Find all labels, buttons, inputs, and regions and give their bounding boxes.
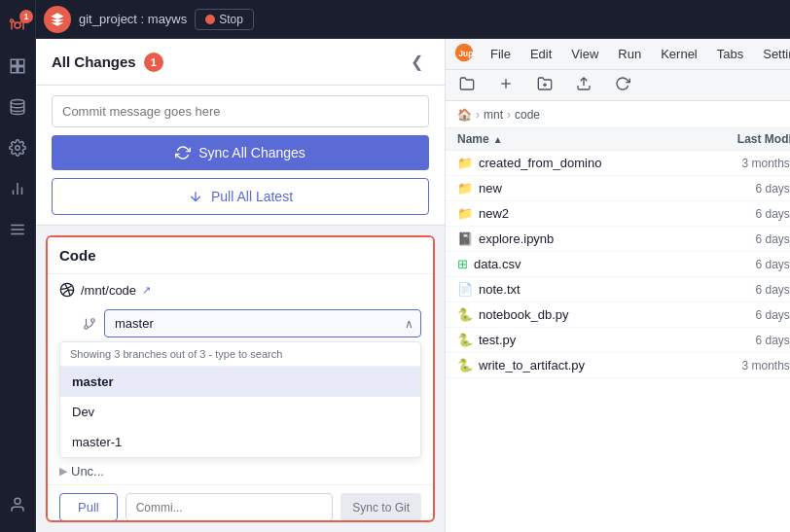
folder-icon: 📁 (457, 156, 473, 170)
breadcrumb: 🏠 › mnt › code (446, 101, 790, 128)
svg-point-23 (85, 325, 89, 329)
pull-all-button[interactable]: Pull All Latest (52, 178, 429, 215)
branch-option-dev[interactable]: Dev (60, 397, 420, 427)
svg-point-11 (11, 100, 24, 105)
svg-point-1 (11, 19, 14, 22)
sidebar-icon-settings[interactable] (0, 130, 35, 165)
file-row[interactable]: 🐍 notebook_db.py 6 days ago (446, 302, 790, 328)
svg-text:Jup: Jup (459, 49, 474, 57)
sidebar-badge: 1 (19, 10, 33, 23)
svg-point-19 (15, 498, 20, 504)
uncommitted-section: ▶ Unc... (48, 458, 433, 484)
sort-arrow-icon: ▲ (493, 134, 503, 145)
changes-badge: 1 (144, 53, 163, 72)
sidebar-icon-docs[interactable] (0, 212, 35, 247)
sidebar-icon-person[interactable] (0, 487, 35, 522)
svg-rect-9 (11, 67, 17, 73)
app-logo (44, 6, 71, 33)
menu-edit[interactable]: Edit (522, 44, 559, 64)
topbar: git_project : mayws Stop (36, 0, 790, 39)
notebook-icon: 📓 (457, 231, 473, 246)
sync-all-label: Sync All Changes (198, 145, 305, 160)
upload-icon[interactable] (570, 74, 597, 97)
panel-title: All Changes (52, 53, 136, 70)
svg-rect-10 (18, 67, 24, 73)
content-area: All Changes 1 ❮ Sync All Changes Pull Al… (36, 39, 790, 532)
new-folder-icon[interactable] (531, 74, 558, 97)
csv-icon: ⊞ (457, 257, 468, 271)
sidebar-icon-database[interactable] (0, 89, 35, 124)
file-list-header: Name ▲ Last Modified (446, 128, 790, 151)
small-commit-input[interactable] (126, 493, 334, 521)
code-section: Code /mnt/code ↗ ∧ Showing 3 branches ou… (46, 235, 435, 522)
sync-to-git-button[interactable]: Sync to Git (341, 493, 421, 521)
svg-line-5 (14, 21, 17, 24)
stop-indicator (205, 15, 215, 24)
file-row[interactable]: 📄 note.txt 6 days ago (446, 277, 790, 302)
file-row[interactable]: ⊞ data.csv 6 days ago (446, 252, 790, 277)
breadcrumb-code[interactable]: code (515, 108, 540, 122)
breadcrumb-mnt[interactable]: mnt (484, 108, 503, 122)
bottom-actions: Pull Sync to Git (48, 484, 433, 522)
branch-option-master[interactable]: master (60, 367, 420, 397)
svg-rect-7 (11, 59, 17, 65)
commit-message-input[interactable] (52, 95, 429, 127)
sync-all-button[interactable]: Sync All Changes (52, 135, 429, 170)
svg-point-12 (16, 146, 20, 151)
python-file-icon: 🐍 (457, 307, 473, 322)
python-file-icon: 🐍 (457, 333, 473, 347)
folder-icon: 📁 (457, 206, 473, 221)
folder-icon: 📁 (457, 181, 473, 195)
file-row[interactable]: 📁 new 6 days ago (446, 176, 790, 201)
collapse-button[interactable]: ❮ (405, 51, 429, 73)
branch-row: ∧ (48, 305, 433, 341)
home-icon[interactable]: 🏠 (457, 108, 472, 122)
sidebar-icon-git[interactable]: 1 (0, 8, 35, 43)
menu-run[interactable]: Run (610, 44, 649, 64)
refresh-icon[interactable] (609, 74, 636, 97)
branch-option-master1[interactable]: master-1 (60, 427, 420, 457)
uncommitted-label: Unc... (71, 464, 104, 479)
menu-kernel[interactable]: Kernel (653, 44, 705, 64)
file-row[interactable]: 🐍 write_to_artifact.py 3 months ago (446, 353, 790, 378)
file-row[interactable]: 📁 new2 6 days ago (446, 201, 790, 227)
menu-view[interactable]: View (563, 44, 606, 64)
branch-dropdown: Showing 3 branches out of 3 - type to se… (59, 341, 421, 458)
pull-all-label: Pull All Latest (211, 189, 293, 204)
menu-tabs[interactable]: Tabs (709, 44, 751, 64)
python-file-icon: 🐍 (457, 358, 473, 372)
file-row[interactable]: 📓 explore.ipynb 6 days ago (446, 227, 790, 252)
left-panel: All Changes 1 ❮ Sync All Changes Pull Al… (36, 39, 445, 532)
uncommitted-chevron-icon: ▶ (59, 465, 67, 478)
new-file-icon[interactable] (492, 74, 520, 97)
sidebar-icon-layers[interactable] (0, 49, 35, 84)
menu-file[interactable]: File (483, 44, 519, 64)
main-area: git_project : mayws Stop All Changes 1 ❮ (36, 0, 790, 532)
file-row[interactable]: 🐍 test.py 6 days ago (446, 328, 790, 353)
name-column-header[interactable]: Name ▲ (457, 132, 696, 146)
jupyter-logo: Jup (453, 42, 475, 67)
app-title: git_project : mayws (79, 12, 187, 26)
sidebar-icon-chart[interactable] (0, 171, 35, 206)
file-row[interactable]: 📁 created_from_domino 3 months ago (446, 151, 790, 176)
right-panel: Jup File Edit View Run Kernel Tabs Setti… (445, 39, 790, 532)
code-section-title: Code (48, 237, 433, 274)
svg-point-22 (91, 318, 95, 322)
dropdown-hint: Showing 3 branches out of 3 - type to se… (60, 342, 420, 367)
branch-input[interactable] (104, 309, 421, 337)
code-path: /mnt/code ↗ (48, 274, 433, 305)
file-list: Name ▲ Last Modified 📁 created_from_domi… (446, 128, 790, 532)
external-link-icon[interactable]: ↗ (142, 284, 151, 297)
repo-path: /mnt/code (81, 283, 136, 298)
commit-section: Sync All Changes Pull All Latest (36, 86, 445, 226)
stop-button[interactable]: Stop (195, 9, 254, 30)
stop-label: Stop (219, 13, 243, 26)
toolbar (446, 70, 790, 101)
sidebar: 1 (0, 0, 36, 532)
svg-rect-8 (18, 59, 24, 65)
menu-settings[interactable]: Settings (755, 44, 790, 64)
text-file-icon: 📄 (457, 282, 473, 297)
modified-column-header[interactable]: Last Modified (696, 132, 790, 146)
pull-button[interactable]: Pull (59, 493, 118, 521)
folder-icon[interactable] (453, 74, 481, 97)
